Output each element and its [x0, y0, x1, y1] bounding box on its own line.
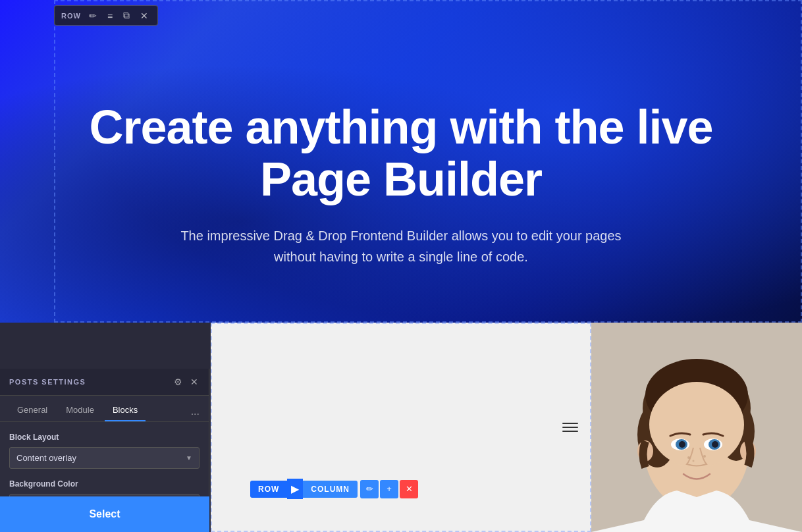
row-close-button[interactable]: ✕ — [138, 9, 151, 22]
column-add-button[interactable]: + — [380, 480, 398, 498]
column-toolbar-actions: ✏ + ✕ — [360, 480, 418, 498]
hero-title: Create anything with the live Page Build… — [79, 101, 723, 205]
hamburger-menu[interactable] — [562, 423, 578, 432]
hero-section: Create anything with the live Page Build… — [0, 0, 802, 369]
hamburger-line-3 — [562, 431, 578, 432]
bottom-row-border — [211, 323, 591, 532]
column-toolbar-row-label: ROW — [250, 481, 287, 498]
column-toolbar-arrow: ▶ — [287, 479, 303, 499]
hamburger-line-1 — [562, 423, 578, 424]
column-toolbar: ROW ▶ COLUMN ✏ + ✕ — [250, 479, 418, 499]
tab-blocks[interactable]: Blocks — [105, 401, 146, 421]
column-edit-button[interactable]: ✏ — [360, 480, 379, 498]
person-image-area — [591, 323, 802, 532]
svg-point-8 — [649, 382, 744, 467]
svg-point-13 — [679, 441, 685, 448]
tab-module[interactable]: Module — [58, 401, 102, 421]
background-color-label: Background Color — [9, 479, 200, 489]
row-toolbar: ROW ✏ ≡ ⧉ ✕ — [54, 5, 158, 26]
block-layout-label: Block Layout — [9, 433, 200, 442]
block-layout-select[interactable]: Content overlay ▼ — [9, 447, 200, 469]
tab-general[interactable]: General — [9, 401, 55, 421]
select-button[interactable]: Select — [0, 496, 209, 532]
column-close-button[interactable]: ✕ — [400, 480, 418, 498]
row-toolbar-label: ROW — [61, 12, 81, 20]
hero-subtitle: The impressive Drag & Drop Frontend Buil… — [171, 225, 631, 267]
settings-tabs: General Module Blocks ... — [0, 396, 209, 422]
column-toolbar-column-label: COLUMN — [303, 481, 358, 498]
canvas-area: Create anything with the live Page Build… — [0, 0, 802, 532]
settings-gear-button[interactable]: ⚙ — [173, 375, 184, 388]
bottom-middle-area: ROW ▶ COLUMN ✏ + ✕ — [211, 323, 591, 532]
settings-panel-title: POSTS SETTINGS — [9, 378, 86, 386]
svg-point-14 — [712, 441, 718, 448]
svg-point-17 — [693, 460, 695, 462]
block-layout-value: Content overlay — [16, 453, 76, 463]
block-layout-field: Block Layout Content overlay ▼ — [9, 433, 200, 469]
row-menu-button[interactable]: ≡ — [105, 9, 115, 22]
row-edit-button[interactable]: ✏ — [86, 9, 99, 22]
hamburger-line-2 — [562, 427, 578, 428]
settings-panel-header: POSTS SETTINGS ⚙ ✕ — [0, 369, 209, 396]
settings-header-actions: ⚙ ✕ — [173, 375, 200, 388]
row-copy-button[interactable]: ⧉ — [120, 9, 132, 22]
block-layout-arrow-icon: ▼ — [186, 454, 192, 462]
settings-close-button[interactable]: ✕ — [189, 375, 200, 388]
svg-point-15 — [687, 456, 690, 459]
person-svg — [591, 323, 802, 532]
tab-more-button[interactable]: ... — [191, 406, 200, 417]
svg-point-16 — [703, 455, 706, 458]
